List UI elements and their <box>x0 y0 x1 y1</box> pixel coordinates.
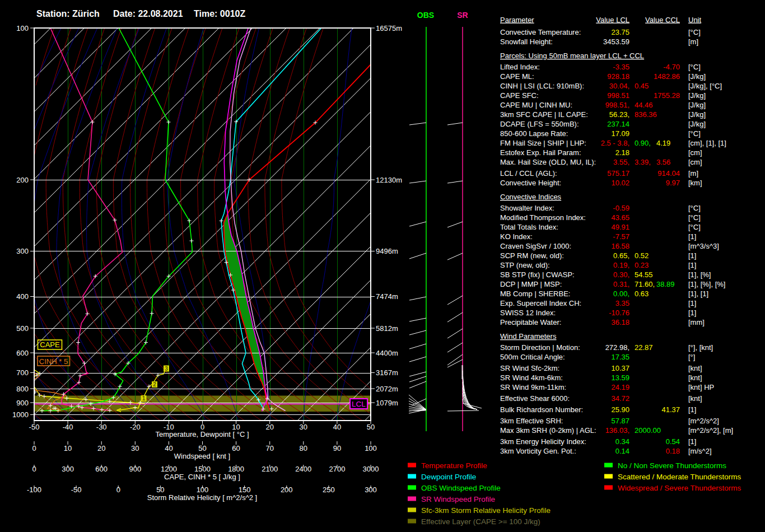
svg-text:0.14: 0.14 <box>615 447 629 455</box>
svg-text:3167m: 3167m <box>376 368 398 377</box>
svg-text:-0.59: -0.59 <box>613 204 629 212</box>
svg-text:850-600 Lapse Rate:: 850-600 Lapse Rate: <box>500 129 568 138</box>
svg-text:836.36: 836.36 <box>635 110 657 119</box>
svg-text:-100: -100 <box>27 486 41 494</box>
svg-text:60: 60 <box>232 444 240 452</box>
svg-text:[1]: [1] <box>688 232 696 241</box>
svg-text:[knt] HP: [knt] HP <box>688 383 714 391</box>
svg-text:[°]: [°] <box>688 353 695 361</box>
svg-text:0.65,: 0.65, <box>613 251 629 260</box>
svg-text:0.00,: 0.00, <box>613 290 629 298</box>
svg-text:Convective Temperature:: Convective Temperature: <box>500 28 581 36</box>
svg-text:17.09: 17.09 <box>611 129 629 138</box>
svg-text:[1]: [1] <box>688 251 696 260</box>
svg-text:237.14: 237.14 <box>607 120 629 128</box>
svg-text:0.34: 0.34 <box>615 437 629 446</box>
svg-text:FM Hail Size | SHIP | LHP:: FM Hail Size | SHIP | LHP: <box>500 139 586 147</box>
svg-text:Modified Thompson Index:: Modified Thompson Index: <box>500 213 586 222</box>
svg-text:Windspeed [ knt ]: Windspeed [ knt ] <box>174 452 230 460</box>
svg-text:KO Index:: KO Index: <box>500 232 533 241</box>
svg-text:300: 300 <box>16 247 29 255</box>
svg-text:700: 700 <box>16 368 29 377</box>
svg-text:Craven SigSvr / 1000:: Craven SigSvr / 1000: <box>500 242 571 250</box>
svg-text:[1]: [1] <box>688 405 696 414</box>
svg-text:[1]: [1] <box>688 309 696 317</box>
svg-text:Temperature, Dewpoint [ °C ]: Temperature, Dewpoint [ °C ] <box>155 430 249 438</box>
svg-text:[J/kg]: [J/kg] <box>688 72 706 81</box>
svg-text:40: 40 <box>333 423 341 431</box>
svg-text:SR Windspeed Profile: SR Windspeed Profile <box>421 495 495 503</box>
svg-text:-30: -30 <box>96 423 107 431</box>
svg-text:100: 100 <box>365 444 377 452</box>
svg-text:23.75: 23.75 <box>611 28 629 36</box>
svg-text:24.19: 24.19 <box>611 383 629 391</box>
svg-text:1500: 1500 <box>194 465 211 473</box>
svg-text:[°], [knt]: [°], [knt] <box>688 343 713 352</box>
svg-text:4400m: 4400m <box>376 349 398 357</box>
svg-text:Exp. Supercell Index CH:: Exp. Supercell Index CH: <box>500 299 581 307</box>
svg-text:400: 400 <box>16 292 29 301</box>
svg-text:3000: 3000 <box>363 465 379 473</box>
svg-text:575.17: 575.17 <box>607 169 629 178</box>
svg-text:3.56: 3.56 <box>656 158 670 166</box>
svg-text:5812m: 5812m <box>376 324 398 333</box>
svg-text:50: 50 <box>198 444 206 452</box>
svg-text:0.31,: 0.31, <box>613 280 629 288</box>
svg-text:Value LCL: Value LCL <box>596 16 629 24</box>
svg-text:Parcels: Using 50mB mean layer: Parcels: Using 50mB mean layer LCL + CCL <box>500 52 644 60</box>
svg-text:50: 50 <box>156 486 164 494</box>
svg-text:600: 600 <box>95 465 108 473</box>
svg-text:50: 50 <box>367 423 375 431</box>
svg-text:Dewpoint Profile: Dewpoint Profile <box>421 473 476 481</box>
svg-text:10: 10 <box>64 444 72 452</box>
svg-text:500m Critical Angle:: 500m Critical Angle: <box>500 353 565 361</box>
svg-text:[°C]: [°C] <box>688 223 701 231</box>
svg-text:[m^2/s^2]: [m^2/s^2] <box>688 417 719 425</box>
svg-text:[1]: [1] <box>688 261 696 269</box>
svg-text:0.18: 0.18 <box>666 447 680 455</box>
svg-text:30.04,: 30.04, <box>609 82 629 90</box>
svg-text:Widespread / Severe Thundersto: Widespread / Severe Thunderstorms <box>618 484 741 492</box>
svg-text:CINH * 5: CINH * 5 <box>39 357 68 366</box>
svg-text:30: 30 <box>131 444 139 452</box>
svg-text:Unit: Unit <box>688 16 702 24</box>
svg-text:1: 1 <box>142 395 146 402</box>
svg-text:[mm]: [mm] <box>688 318 705 326</box>
svg-text:-50: -50 <box>71 486 82 494</box>
svg-text:71.60,: 71.60, <box>635 280 655 288</box>
svg-text:16575m: 16575m <box>376 24 402 32</box>
svg-text:Parameter: Parameter <box>500 16 534 24</box>
svg-text:2100: 2100 <box>262 465 278 473</box>
svg-text:10.37: 10.37 <box>611 364 629 372</box>
svg-text:MB Comp | SHERBE:: MB Comp | SHERBE: <box>500 290 570 298</box>
svg-text:2000.00: 2000.00 <box>635 426 661 435</box>
svg-text:0.52: 0.52 <box>635 251 649 260</box>
svg-text:CINH | LSI (LCL: 910mB):: CINH | LSI (LCL: 910mB): <box>500 82 584 90</box>
svg-text:0.54: 0.54 <box>666 437 680 446</box>
svg-text:[°C]: [°C] <box>688 63 701 71</box>
svg-text:200: 200 <box>16 176 29 184</box>
svg-text:[km]: [km] <box>688 179 702 187</box>
svg-text:928.18: 928.18 <box>607 72 629 81</box>
svg-text:22.87: 22.87 <box>635 343 653 352</box>
svg-text:30: 30 <box>300 423 307 431</box>
svg-text:90: 90 <box>333 444 341 452</box>
svg-text:70: 70 <box>265 444 273 452</box>
svg-text:Storm Direction | Motion:: Storm Direction | Motion: <box>500 343 580 352</box>
svg-text:2700: 2700 <box>329 465 345 473</box>
svg-text:34.72: 34.72 <box>611 394 629 403</box>
svg-text:3.35: 3.35 <box>615 299 629 307</box>
svg-text:[1], [%], [%]: [1], [%], [%] <box>688 280 725 288</box>
svg-text:272.98,: 272.98, <box>605 343 629 352</box>
svg-text:3km Energy Helicity Index:: 3km Energy Helicity Index: <box>500 437 586 446</box>
svg-text:[knt]: [knt] <box>688 394 702 403</box>
svg-text:2.18: 2.18 <box>615 148 629 157</box>
svg-text:[1]: [1] <box>688 437 696 446</box>
svg-text:56.23,: 56.23, <box>609 110 629 119</box>
svg-text:-4.70: -4.70 <box>663 63 680 71</box>
svg-text:Bulk Richardson Number:: Bulk Richardson Number: <box>500 405 583 414</box>
svg-text:9.97: 9.97 <box>666 179 680 187</box>
svg-text:25.90: 25.90 <box>611 405 629 414</box>
svg-text:0.23: 0.23 <box>635 261 649 269</box>
svg-text:[m]: [m] <box>688 169 698 178</box>
